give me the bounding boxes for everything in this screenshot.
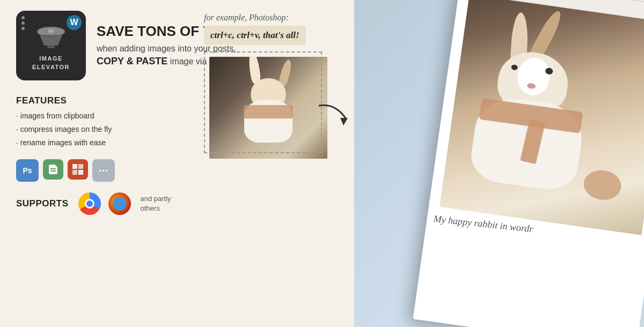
firefox-inner [113, 197, 127, 211]
supports-text: and partlyothers [141, 194, 171, 213]
dot [21, 27, 25, 30]
chrome-icon [78, 192, 101, 215]
evernote-icon [43, 159, 63, 180]
rabbit-large-image [440, 0, 644, 235]
arrow-icon [317, 98, 360, 132]
left-panel: W IMAGE ELEVATOR SAVE TONS OF TIME [0, 0, 354, 327]
logo-text: IMAGE ELEVATOR [32, 55, 70, 71]
rabbit-pom-large [582, 168, 623, 202]
firefox-icon [108, 192, 131, 215]
logo-box: W IMAGE ELEVATOR [16, 11, 86, 80]
dot [21, 21, 25, 25]
shortcut-text: ctrl+c, ctrl+v, that's all! [210, 30, 299, 40]
logo-dots [21, 16, 25, 30]
photoshop-icon: Ps [16, 159, 39, 182]
more-apps-icon: ··· [92, 159, 115, 182]
example-area: for example, Photoshop: ctrl+c, ctrl+v, … [204, 13, 343, 164]
supports-section: SUPPORTS and partlyothers [16, 192, 338, 215]
svg-rect-2 [47, 46, 55, 48]
clipboard-image-container [204, 51, 343, 164]
editor-content: My happy rabbit in wordr [426, 0, 644, 257]
svg-rect-7 [78, 170, 83, 175]
microsoft-icon [68, 159, 88, 180]
funnel-icon [36, 25, 66, 51]
wp-badge: W [67, 15, 82, 30]
editor-container: Add Media “” B I ABC [413, 0, 644, 327]
chrome-center [85, 199, 94, 209]
headline-copypastetext: COPY & PASTE [97, 56, 167, 66]
svg-rect-6 [72, 170, 77, 175]
svg-rect-5 [78, 164, 83, 169]
example-label: for example, Photoshop: [204, 13, 343, 23]
supports-title: SUPPORTS [16, 198, 69, 209]
svg-rect-4 [72, 164, 77, 169]
right-panel: Add Media “” B I ABC [354, 0, 644, 327]
dot [21, 16, 25, 19]
clipboard-dashed-border [204, 51, 322, 153]
svg-rect-3 [48, 29, 54, 33]
shortcut-box: ctrl+c, ctrl+v, that's all! [204, 26, 306, 45]
